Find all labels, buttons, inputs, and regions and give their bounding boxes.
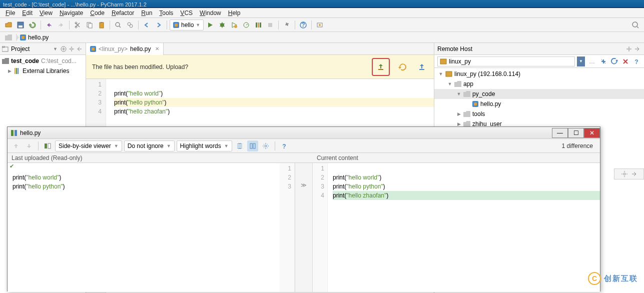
menu-code[interactable]: Code	[87, 8, 108, 18]
sync-icon[interactable]	[27, 20, 38, 30]
run-icon[interactable]	[205, 20, 216, 30]
copy-icon[interactable]	[84, 20, 95, 30]
accept-icon[interactable]: ≫	[301, 182, 307, 188]
svg-point-14	[234, 25, 237, 28]
gear-icon[interactable]	[625, 45, 633, 53]
view-mode-selector[interactable]: Side-by-side viewer ▼	[55, 140, 122, 152]
coverage-icon[interactable]	[229, 20, 240, 30]
remote-tree-row[interactable]: ▼app	[434, 79, 644, 89]
jupyter-icon[interactable]	[314, 20, 325, 30]
menu-tools[interactable]: Tools	[156, 8, 177, 18]
undo-icon[interactable]	[44, 20, 55, 30]
remote-tree-row[interactable]: ▼linux_py (192.168.0.114)	[434, 69, 644, 79]
open-icon[interactable]	[3, 20, 14, 30]
expand-icon[interactable]: ▼	[447, 82, 452, 86]
diff-line: print("hello zhaofan")	[333, 191, 600, 200]
gear-icon[interactable]	[68, 45, 76, 53]
code-line[interactable]: print("hello world")	[114, 89, 434, 98]
back-icon[interactable]	[141, 20, 152, 30]
main-toolbar: hello ▼ ?	[0, 18, 644, 32]
replace-icon[interactable]	[125, 20, 136, 30]
menu-edit[interactable]: Edit	[19, 8, 36, 18]
remote-tree-row[interactable]: ▶tools	[434, 109, 644, 119]
highlight-selector[interactable]: Highlight words ▼	[177, 140, 232, 152]
ignore-selector[interactable]: Do not ignore ▼	[124, 140, 175, 152]
revert-icon[interactable]	[397, 61, 409, 73]
redo-icon[interactable]	[56, 20, 67, 30]
hide-icon[interactable]	[633, 45, 641, 53]
cut-icon[interactable]	[72, 20, 83, 30]
editor-tab[interactable]: <linux_py> hello.py ✕	[86, 43, 164, 55]
expand-icon[interactable]: ▶	[456, 122, 461, 126]
prev-diff-icon[interactable]	[11, 140, 22, 152]
external-libraries-node[interactable]: ▶ External Libraries	[0, 66, 86, 76]
profile-icon[interactable]	[241, 20, 252, 30]
diff-left-header: Last uploaded (Read-only)	[8, 153, 295, 162]
run-config-selector[interactable]: hello ▼	[170, 20, 204, 30]
remote-tree-row[interactable]: hello.py	[434, 99, 644, 109]
diff-right-pane[interactable]: 1234 print("hello world")print("hello py…	[313, 163, 600, 292]
diff-dialog: hello.py — ☐ ✕ Side-by-side viewer ▼ Do …	[7, 126, 600, 292]
expand-icon[interactable]: ▶	[456, 112, 461, 116]
diff-right-gutter: 1234	[313, 163, 328, 292]
menu-file[interactable]: File	[2, 8, 19, 18]
code-line[interactable]: print("hello python")	[114, 98, 434, 107]
menu-window[interactable]: Window	[196, 8, 225, 18]
ellipsis-icon[interactable]: …	[587, 58, 597, 65]
help-icon[interactable]: ?	[279, 140, 290, 152]
hide-icon[interactable]	[76, 45, 84, 53]
svg-rect-47	[48, 144, 51, 148]
gear-icon[interactable]	[260, 140, 271, 152]
menu-run[interactable]: Run	[138, 8, 156, 18]
close-icon[interactable]: ✕	[155, 46, 159, 52]
help-icon[interactable]: ?	[298, 20, 309, 30]
help-icon[interactable]: ?	[632, 56, 641, 67]
py-icon	[472, 101, 478, 107]
collapse-unchanged-icon[interactable]	[234, 140, 245, 152]
remote-path-input[interactable]: linux_py	[437, 56, 575, 66]
merge-icon[interactable]	[416, 61, 428, 73]
remote-path-dropdown[interactable]: ▼	[577, 56, 585, 66]
sync-scroll-icon[interactable]	[247, 140, 258, 152]
concurrency-icon[interactable]	[253, 20, 264, 30]
menu-navigate[interactable]: Navigate	[56, 8, 87, 18]
chevron-down-icon[interactable]: ▼	[53, 46, 58, 52]
tab-prefix: <linux_py>	[99, 46, 128, 52]
hide-icon[interactable]	[631, 171, 637, 177]
disconnect-icon[interactable]	[621, 56, 630, 67]
gear-icon[interactable]	[621, 170, 628, 178]
diff-left-pane[interactable]: ✔ print("hello world")print("hello pytho…	[8, 163, 295, 292]
code-line[interactable]	[114, 80, 434, 89]
menu-vcs[interactable]: VCS	[177, 8, 196, 18]
paste-icon[interactable]	[96, 20, 107, 30]
minimize-button[interactable]: —	[552, 128, 568, 138]
forward-icon[interactable]	[153, 20, 164, 30]
expand-icon[interactable]: ▼	[456, 92, 461, 96]
diff-icon[interactable]	[599, 56, 608, 67]
expand-icon[interactable]: ▼	[438, 72, 443, 76]
code-line[interactable]: print("hello zhaofan")	[114, 107, 434, 116]
maximize-button[interactable]: ☐	[568, 128, 584, 138]
settings-icon[interactable]	[281, 20, 292, 30]
upload-icon[interactable]	[375, 61, 387, 73]
collapse-icon[interactable]	[60, 45, 68, 53]
menu-refactor[interactable]: Refactor	[108, 8, 138, 18]
menu-help[interactable]: Help	[225, 8, 244, 18]
breadcrumb-file[interactable]: hello.py	[16, 32, 53, 43]
search-everywhere-icon[interactable]	[630, 20, 641, 30]
svg-rect-33	[18, 68, 19, 74]
server-icon	[440, 58, 447, 64]
find-icon[interactable]	[113, 20, 124, 30]
close-button[interactable]: ✕	[584, 128, 600, 138]
remote-tree-row[interactable]: ▼py_code	[434, 89, 644, 99]
diff-titlebar[interactable]: hello.py — ☐ ✕	[8, 127, 600, 139]
debug-icon[interactable]	[217, 20, 228, 30]
stop-icon[interactable]	[265, 20, 276, 30]
refresh-icon[interactable]	[610, 56, 619, 67]
save-icon[interactable]	[15, 20, 26, 30]
project-root-node[interactable]: test_code C:\test_cod...	[0, 56, 86, 66]
breadcrumb-root[interactable]	[1, 32, 16, 43]
menu-view[interactable]: View	[36, 8, 56, 18]
compare-icon[interactable]	[42, 140, 53, 152]
next-diff-icon[interactable]	[24, 140, 35, 152]
